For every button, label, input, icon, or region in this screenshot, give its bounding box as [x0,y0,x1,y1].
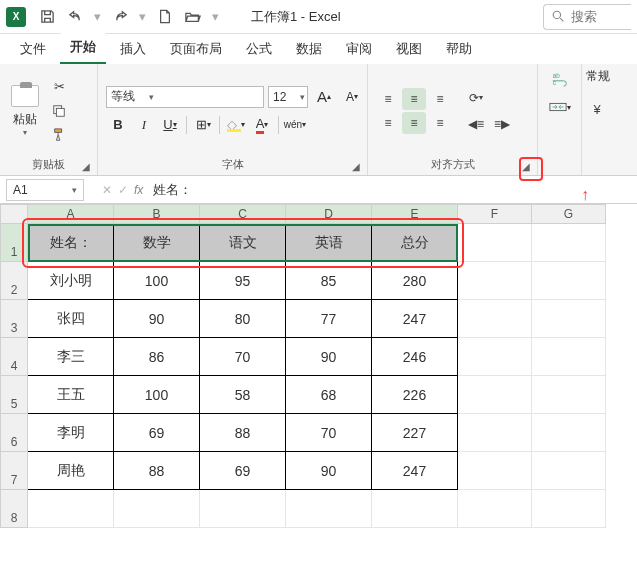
header-cell[interactable]: 姓名： [28,224,114,262]
copy-icon[interactable] [48,101,70,121]
data-cell[interactable]: 100 [114,262,200,300]
col-header-D[interactable]: D [286,204,372,224]
header-cell[interactable] [458,224,532,262]
align-bottom-icon[interactable]: ≡ [428,88,452,110]
data-cell[interactable]: 刘小明 [28,262,114,300]
tab-审阅[interactable]: 审阅 [336,34,382,64]
cut-icon[interactable]: ✂ [48,77,70,97]
data-cell[interactable]: 88 [114,452,200,490]
align-left-icon[interactable]: ≡ [376,112,400,134]
data-cell[interactable]: 247 [372,452,458,490]
tab-视图[interactable]: 视图 [386,34,432,64]
data-cell[interactable] [114,490,200,528]
col-header-E[interactable]: E [372,204,458,224]
font-color-button[interactable]: A▾ [250,114,274,136]
redo-icon[interactable] [107,5,133,29]
data-cell[interactable]: 周艳 [28,452,114,490]
clipboard-launcher-icon[interactable]: ◢ [79,159,93,173]
header-cell[interactable]: 英语 [286,224,372,262]
row-header-5[interactable]: 5 [0,376,28,414]
data-cell[interactable] [372,490,458,528]
decrease-font-icon[interactable]: A▾ [340,86,364,108]
select-all-corner[interactable] [0,204,28,224]
formula-text[interactable]: 姓名： [153,181,192,199]
data-cell[interactable] [458,376,532,414]
data-cell[interactable] [532,262,606,300]
underline-button[interactable]: U▾ [158,114,182,136]
tab-帮助[interactable]: 帮助 [436,34,482,64]
increase-indent-icon[interactable]: ≡▶ [490,113,514,135]
merge-cells-icon[interactable]: ▾ [547,96,573,118]
data-cell[interactable] [458,262,532,300]
new-file-icon[interactable] [152,5,178,29]
bold-button[interactable]: B [106,114,130,136]
align-center-icon[interactable]: ≡ [402,112,426,134]
redo-dropdown-icon[interactable]: ▾ [139,9,146,24]
col-header-B[interactable]: B [114,204,200,224]
data-cell[interactable]: 69 [114,414,200,452]
cancel-formula-icon[interactable]: ✕ [102,183,112,197]
fill-color-button[interactable]: ◇▾ [224,114,248,136]
enter-formula-icon[interactable]: ✓ [118,183,128,197]
data-cell[interactable]: 88 [200,414,286,452]
row-header-2[interactable]: 2 [0,262,28,300]
data-cell[interactable] [458,338,532,376]
alignment-launcher-icon[interactable]: ◢ [519,159,533,173]
header-cell[interactable]: 总分 [372,224,458,262]
row-header-6[interactable]: 6 [0,414,28,452]
wrap-text-icon[interactable]: abc [547,68,573,90]
col-header-F[interactable]: F [458,204,532,224]
data-cell[interactable]: 86 [114,338,200,376]
increase-font-icon[interactable]: A▴ [312,86,336,108]
row-header-7[interactable]: 7 [0,452,28,490]
col-header-G[interactable]: G [532,204,606,224]
tab-数据[interactable]: 数据 [286,34,332,64]
data-cell[interactable]: 226 [372,376,458,414]
header-cell[interactable] [532,224,606,262]
font-name-select[interactable]: 等线▾ [106,86,264,108]
font-launcher-icon[interactable]: ◢ [349,159,363,173]
phonetic-button[interactable]: wén▾ [283,114,307,136]
tab-开始[interactable]: 开始 [60,32,106,64]
data-cell[interactable]: 77 [286,300,372,338]
paste-button[interactable]: 粘贴 ▾ [8,85,42,137]
data-cell[interactable] [458,300,532,338]
data-cell[interactable]: 85 [286,262,372,300]
data-cell[interactable]: 90 [286,452,372,490]
data-cell[interactable] [286,490,372,528]
qat-customize-icon[interactable]: ▾ [212,9,219,24]
data-cell[interactable]: 100 [114,376,200,414]
tab-页面布局[interactable]: 页面布局 [160,34,232,64]
col-header-A[interactable]: A [28,204,114,224]
data-cell[interactable] [532,414,606,452]
data-cell[interactable]: 李明 [28,414,114,452]
data-cell[interactable]: 95 [200,262,286,300]
row-header-4[interactable]: 4 [0,338,28,376]
data-cell[interactable]: 58 [200,376,286,414]
data-cell[interactable]: 227 [372,414,458,452]
italic-button[interactable]: I [132,114,156,136]
data-cell[interactable]: 247 [372,300,458,338]
tab-公式[interactable]: 公式 [236,34,282,64]
col-header-C[interactable]: C [200,204,286,224]
border-button[interactable]: ⊞▾ [191,114,215,136]
data-cell[interactable] [28,490,114,528]
data-cell[interactable] [532,452,606,490]
align-right-icon[interactable]: ≡ [428,112,452,134]
data-cell[interactable]: 68 [286,376,372,414]
data-cell[interactable]: 王五 [28,376,114,414]
decrease-indent-icon[interactable]: ◀≡ [464,113,488,135]
fx-icon[interactable]: fx [134,183,143,197]
data-cell[interactable]: 246 [372,338,458,376]
data-cell[interactable] [200,490,286,528]
data-cell[interactable]: 70 [286,414,372,452]
search-input[interactable]: 搜索 [543,4,631,30]
align-top-icon[interactable]: ≡ [376,88,400,110]
row-header-8[interactable]: 8 [0,490,28,528]
data-cell[interactable] [532,338,606,376]
name-box[interactable]: A1▾ [6,179,84,201]
orientation-icon[interactable]: ⟳▾ [464,87,488,109]
align-middle-icon[interactable]: ≡ [402,88,426,110]
header-cell[interactable]: 数学 [114,224,200,262]
data-cell[interactable] [532,490,606,528]
